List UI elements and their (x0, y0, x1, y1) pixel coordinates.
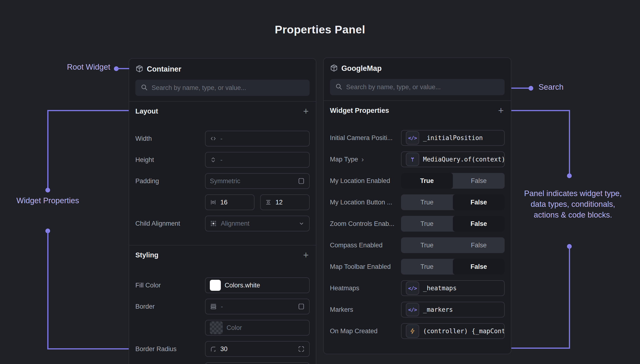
width-value: - (220, 135, 222, 142)
child-alignment-field[interactable]: Alignment (205, 216, 309, 232)
false-option[interactable]: False (453, 216, 505, 232)
border-radius-icon (210, 346, 216, 352)
my-location-button-label: My Location Button ... (330, 199, 401, 206)
annotation-dot (45, 188, 50, 192)
lightning-bolt-icon (409, 328, 416, 334)
code-icon: </> (408, 307, 417, 313)
annotation-line (569, 246, 570, 349)
search-bar[interactable] (135, 80, 309, 96)
my-location-button-toggle: True False (401, 194, 505, 210)
true-option[interactable]: True (401, 194, 453, 210)
action-chip (406, 324, 419, 338)
widget-cube-icon (330, 64, 338, 73)
horizontal-padding-field[interactable]: 16 (205, 194, 254, 210)
false-option[interactable]: False (453, 237, 505, 253)
alignment-grid-icon (210, 220, 217, 227)
false-option[interactable]: False (453, 173, 505, 189)
border-color-field[interactable]: Color (205, 320, 309, 336)
compass-enabled-label: Compass Enabled (330, 242, 401, 249)
search-bar[interactable] (330, 79, 505, 95)
padding-frame-icon (298, 178, 305, 184)
search-input[interactable] (152, 84, 304, 92)
false-option[interactable]: False (453, 194, 505, 210)
add-styling-property-button[interactable]: + (302, 250, 309, 260)
vertical-padding-field[interactable]: 12 (260, 194, 309, 210)
chevron-down-icon (298, 220, 305, 227)
fill-color-row: Fill Color Colors.white (135, 278, 309, 293)
panel-header: Container (135, 64, 309, 74)
annotation-line (117, 68, 129, 69)
code-chip: </> (406, 303, 419, 316)
divider (129, 245, 316, 246)
annotation-line (47, 110, 49, 189)
transparent-color-swatch (210, 321, 223, 334)
width-row: Width - (135, 131, 309, 146)
border-row: Border - (135, 299, 309, 314)
border-radius-field[interactable]: 30 (205, 341, 309, 357)
height-icon (210, 156, 216, 163)
add-widget-property-button[interactable]: + (497, 106, 505, 115)
padding-label: Padding (135, 178, 205, 185)
on-map-created-row: On Map Created (controller) {_mapContro (330, 323, 505, 339)
padding-field[interactable]: Symmetric (205, 173, 309, 189)
map-type-field[interactable]: MediaQuery.of(context).o (401, 152, 505, 167)
markers-value: _markers (423, 306, 453, 313)
styling-section-header: Styling + (135, 250, 309, 260)
true-option[interactable]: True (401, 259, 453, 274)
annotation-line (47, 110, 129, 111)
conditional-chip (406, 153, 419, 166)
markers-field[interactable]: </> _markers (401, 302, 505, 318)
horizontal-padding-value: 16 (220, 199, 227, 206)
markers-label: Markers (330, 306, 401, 314)
on-map-created-field[interactable]: (controller) {_mapContro (401, 323, 505, 339)
add-layout-property-button[interactable]: + (302, 106, 309, 116)
initial-camera-position-field[interactable]: </> _initialPosition (401, 130, 505, 146)
true-option[interactable]: True (401, 173, 453, 189)
border-color-placeholder: Color (226, 324, 242, 332)
height-field[interactable]: - (205, 152, 309, 168)
googlemap-properties-panel: GoogleMap Widget Properties + Initial Ca… (323, 58, 511, 354)
height-value: - (220, 156, 222, 164)
border-radius-value: 30 (220, 346, 227, 353)
fill-color-swatch (210, 280, 221, 291)
border-style-icon (210, 303, 217, 310)
false-option[interactable]: False (453, 259, 505, 274)
code-chip: </> (406, 131, 419, 144)
map-toolbar-enabled-toggle: True False (401, 259, 505, 274)
zoom-controls-row: Zoom Controls Enab... True False (330, 216, 505, 232)
alignment-placeholder: Alignment (221, 220, 249, 227)
divider (129, 101, 316, 102)
my-location-button-row: My Location Button ... True False (330, 194, 505, 210)
padding-values-row: 16 12 (135, 194, 309, 210)
border-field[interactable]: - (205, 299, 309, 314)
true-option[interactable]: True (401, 237, 453, 253)
annotation-dot (528, 86, 533, 91)
heatmaps-field[interactable]: </> _heatmaps (401, 280, 505, 296)
width-field[interactable]: - (205, 131, 309, 146)
border-value: - (221, 303, 223, 310)
true-option[interactable]: True (401, 216, 453, 232)
initial-camera-position-value: _initialPosition (423, 134, 483, 142)
annotation-line (511, 348, 570, 349)
annotation-dot (567, 174, 572, 178)
zoom-controls-toggle: True False (401, 216, 505, 232)
layout-section-title: Layout (135, 107, 158, 115)
border-color-row: Color (135, 320, 309, 336)
clipped-field[interactable] (205, 362, 309, 364)
branch-icon (409, 156, 416, 163)
widget-cube-icon (135, 65, 143, 74)
height-row: Height - (135, 152, 309, 168)
container-properties-panel: Container Layout + Width (129, 58, 316, 364)
fill-color-field[interactable]: Colors.white (205, 278, 309, 293)
my-location-enabled-row: My Location Enabled True False (330, 173, 505, 189)
code-icon: </> (408, 285, 417, 291)
annotation-line (511, 110, 570, 111)
annotation-line (569, 110, 570, 174)
search-input[interactable] (346, 84, 499, 91)
search-icon (141, 84, 148, 92)
panel-note-annotation: Panel indicates widget type, data types,… (520, 188, 626, 220)
annotation-line (511, 88, 529, 89)
markers-row: Markers </> _markers (330, 302, 505, 318)
border-label: Border (135, 303, 205, 310)
map-type-chevron-icon[interactable]: › (362, 156, 364, 163)
